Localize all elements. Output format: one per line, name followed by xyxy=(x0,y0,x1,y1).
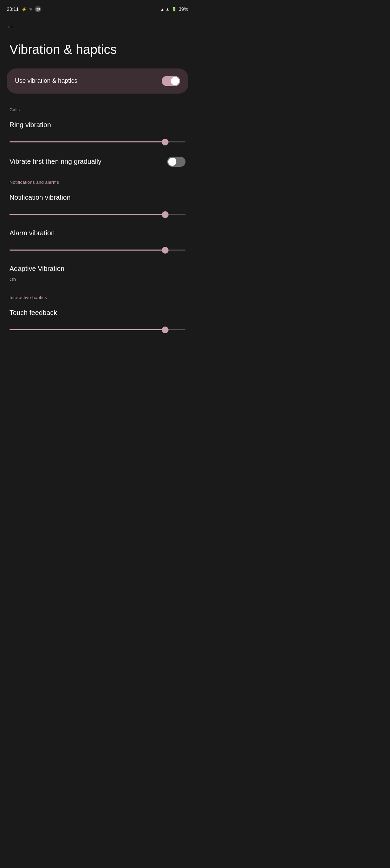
status-bar: 23:11 ⚡ ▽ 39 ▴ ▲ 🔋 39% xyxy=(0,0,195,17)
toggle-knob xyxy=(171,77,179,85)
ring-vibration-item: Ring vibration xyxy=(0,116,195,138)
alarm-vibration-label: Alarm vibration xyxy=(9,229,186,237)
wifi-icon: ▽ xyxy=(30,7,32,12)
signal-bars-icon: ▲ xyxy=(165,7,170,12)
use-vibration-toggle[interactable] xyxy=(162,76,180,86)
ring-vibration-slider[interactable] xyxy=(9,141,186,142)
back-button[interactable]: ← xyxy=(0,17,195,34)
status-left: 23:11 ⚡ ▽ 39 xyxy=(7,6,41,12)
adaptive-vibration-status: On xyxy=(9,277,186,282)
notifications-section-header: Notifications and alarms xyxy=(0,177,195,189)
calls-section-header: Calls xyxy=(0,104,195,116)
vibrate-first-knob xyxy=(168,158,176,166)
ring-vibration-label: Ring vibration xyxy=(9,121,186,129)
battery-charging-icon: ⚡ xyxy=(21,7,27,12)
ring-vibration-slider-container[interactable] xyxy=(0,138,195,146)
notification-vibration-slider-container[interactable] xyxy=(0,210,195,219)
vibrate-first-label: Vibrate first then ring gradually xyxy=(9,158,101,165)
adaptive-vibration-item[interactable]: Adaptive Vibration On xyxy=(0,260,195,287)
touch-feedback-slider[interactable] xyxy=(9,329,186,330)
alarm-vibration-slider-container[interactable] xyxy=(0,246,195,255)
adaptive-vibration-label: Adaptive Vibration xyxy=(9,265,186,273)
back-arrow-icon: ← xyxy=(7,22,14,31)
notification-vibration-label: Notification vibration xyxy=(9,194,186,201)
notification-vibration-slider[interactable] xyxy=(9,214,186,215)
use-vibration-label: Use vibration & haptics xyxy=(15,77,77,84)
status-right: ▴ ▲ 🔋 39% xyxy=(161,6,188,12)
vibrate-first-row[interactable]: Vibrate first then ring gradually xyxy=(0,152,195,172)
notification-vibration-item: Notification vibration xyxy=(0,189,195,210)
alarm-vibration-slider[interactable] xyxy=(9,250,186,251)
touch-feedback-item: Touch feedback xyxy=(0,304,195,326)
interactive-haptics-section-header: Interactive haptics xyxy=(0,292,195,304)
notification-icon: 39 xyxy=(35,6,41,12)
use-vibration-toggle-card[interactable]: Use vibration & haptics xyxy=(7,68,188,94)
vibrate-first-toggle[interactable] xyxy=(167,157,186,167)
touch-feedback-slider-container[interactable] xyxy=(0,326,195,332)
wifi-signal-icon: ▴ xyxy=(161,6,163,12)
alarm-vibration-item: Alarm vibration xyxy=(0,224,195,246)
time: 23:11 xyxy=(7,6,19,12)
battery-percent: 39% xyxy=(179,6,188,12)
page-title: Vibration & haptics xyxy=(0,34,195,68)
touch-feedback-label: Touch feedback xyxy=(9,309,186,317)
battery-icon: 🔋 xyxy=(172,7,177,12)
